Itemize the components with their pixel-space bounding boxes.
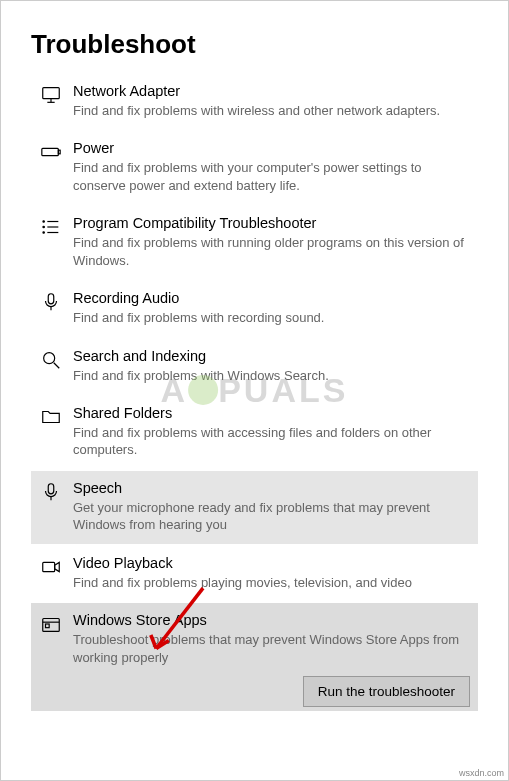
search-icon xyxy=(37,347,65,384)
item-desc: Find and fix problems with accessing fil… xyxy=(73,424,472,459)
troubleshoot-item-recording-audio[interactable]: Recording Audio Find and fix problems wi… xyxy=(31,281,478,336)
windows-store-icon xyxy=(37,611,65,666)
footer-watermark: wsxdn.com xyxy=(459,768,504,778)
troubleshoot-item-windows-store-apps[interactable]: Windows Store Apps Troubleshoot problems… xyxy=(31,603,478,711)
troubleshoot-item-speech[interactable]: Speech Get your microphone ready and fix… xyxy=(31,471,478,544)
item-title: Video Playback xyxy=(73,554,472,573)
page-title: Troubleshoot xyxy=(31,29,478,60)
item-desc: Find and fix problems with Windows Searc… xyxy=(73,367,472,385)
battery-icon xyxy=(37,139,65,194)
troubleshoot-item-program-compatibility[interactable]: Program Compatibility Troubleshooter Fin… xyxy=(31,206,478,279)
svg-rect-18 xyxy=(48,484,54,494)
svg-rect-14 xyxy=(48,294,54,304)
svg-point-12 xyxy=(43,227,44,228)
item-title: Speech xyxy=(73,479,472,498)
item-title: Search and Indexing xyxy=(73,347,472,366)
item-title: Network Adapter xyxy=(73,82,472,101)
item-desc: Find and fix problems with recording sou… xyxy=(73,309,472,327)
video-camera-icon xyxy=(37,554,65,591)
item-desc: Find and fix problems with your computer… xyxy=(73,159,472,194)
microphone-icon xyxy=(37,479,65,534)
svg-rect-23 xyxy=(46,624,50,628)
list-icon xyxy=(37,214,65,269)
svg-line-17 xyxy=(54,362,60,368)
svg-point-16 xyxy=(44,352,55,363)
troubleshoot-item-network-adapter[interactable]: Network Adapter Find and fix problems wi… xyxy=(31,74,478,129)
svg-point-13 xyxy=(43,232,44,233)
item-desc: Find and fix problems with wireless and … xyxy=(73,102,472,120)
svg-rect-3 xyxy=(42,149,59,156)
folder-icon xyxy=(37,404,65,459)
troubleshoot-item-shared-folders[interactable]: Shared Folders Find and fix problems wit… xyxy=(31,396,478,469)
microphone-icon xyxy=(37,289,65,326)
item-title: Shared Folders xyxy=(73,404,472,423)
run-troubleshooter-button[interactable]: Run the troubleshooter xyxy=(303,676,470,707)
item-desc: Get your microphone ready and fix proble… xyxy=(73,499,472,534)
svg-point-11 xyxy=(43,221,44,222)
troubleshoot-item-search-indexing[interactable]: Search and Indexing Find and fix problem… xyxy=(31,339,478,394)
item-title: Recording Audio xyxy=(73,289,472,308)
item-title: Power xyxy=(73,139,472,158)
item-desc: Find and fix problems with running older… xyxy=(73,234,472,269)
monitor-icon xyxy=(37,82,65,119)
troubleshoot-item-power[interactable]: Power Find and fix problems with your co… xyxy=(31,131,478,204)
troubleshoot-item-video-playback[interactable]: Video Playback Find and fix problems pla… xyxy=(31,546,478,601)
svg-rect-20 xyxy=(43,562,55,571)
item-title: Windows Store Apps xyxy=(73,611,472,630)
item-title: Program Compatibility Troubleshooter xyxy=(73,214,472,233)
svg-rect-0 xyxy=(43,88,60,99)
svg-rect-4 xyxy=(58,151,60,155)
item-desc: Find and fix problems playing movies, te… xyxy=(73,574,472,592)
item-desc: Troubleshoot problems that may prevent W… xyxy=(73,631,472,666)
